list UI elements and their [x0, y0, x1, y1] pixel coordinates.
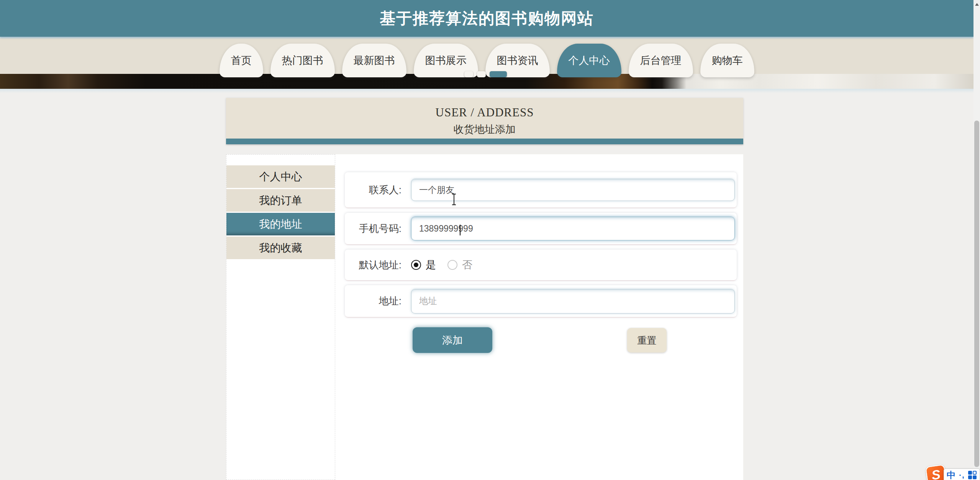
- ime-toolbar: S 中 ·,: [923, 460, 980, 480]
- radio-yes-selected[interactable]: [411, 260, 421, 270]
- carousel-dot-3-active[interactable]: [490, 71, 507, 77]
- radio-no-label[interactable]: 否: [462, 258, 472, 272]
- nav-tab-new-books[interactable]: 最新图书: [342, 44, 406, 77]
- default-address-row: 默认地址: 是 否: [345, 250, 737, 280]
- scrollbar-thumb[interactable]: [974, 121, 979, 467]
- sidebar-item-my-address[interactable]: 我的地址: [226, 213, 335, 235]
- radio-yes-label[interactable]: 是: [426, 258, 436, 272]
- sidebar-item-my-favorites[interactable]: 我的收藏: [226, 237, 335, 259]
- radio-dot: [414, 263, 418, 267]
- breadcrumb-accent-bar: [226, 139, 743, 144]
- banner-fade: [0, 89, 973, 93]
- ime-status-panel: 中 ·,: [944, 469, 980, 480]
- ime-language-mode[interactable]: 中: [947, 469, 955, 480]
- carousel-pagination: [464, 71, 507, 77]
- default-address-label: 默认地址:: [345, 258, 402, 272]
- user-sidebar: 个人中心 我的订单 我的地址 我的收藏: [226, 154, 335, 480]
- nav-tab-home[interactable]: 首页: [220, 44, 263, 77]
- mouse-ibeam-cursor: [451, 194, 457, 206]
- sidebar-item-user-center[interactable]: 个人中心: [226, 165, 335, 188]
- nav-tab-admin[interactable]: 后台管理: [629, 44, 693, 77]
- carousel-dot-2[interactable]: [477, 71, 486, 77]
- site-title: 基于推荐算法的图书购物网站: [380, 8, 594, 29]
- address-input[interactable]: [411, 289, 735, 313]
- scrollbar-track[interactable]: [973, 0, 980, 480]
- contact-field-row: 联系人:: [345, 172, 737, 207]
- contact-label: 联系人:: [345, 183, 402, 197]
- content-panel: 个人中心 我的订单 我的地址 我的收藏 联系人: 手机号码: 默认地址: 是 否…: [226, 154, 743, 480]
- nav-tab-user-center[interactable]: 个人中心: [557, 44, 621, 77]
- carousel-dot-1[interactable]: [464, 71, 473, 77]
- text-caret: [460, 225, 461, 235]
- nav-tab-cart[interactable]: 购物车: [700, 44, 754, 77]
- contact-input[interactable]: [411, 179, 735, 201]
- add-button[interactable]: 添加: [413, 327, 492, 353]
- sidebar-item-my-orders[interactable]: 我的订单: [226, 189, 335, 212]
- address-label: 地址:: [345, 294, 402, 308]
- ime-punctuation-indicator[interactable]: ·,: [959, 470, 965, 480]
- phone-field-row: 手机号码:: [345, 213, 737, 244]
- sogou-grid-icon[interactable]: [968, 471, 977, 479]
- radio-no[interactable]: [447, 260, 457, 270]
- page-title: 收货地址添加: [226, 122, 743, 136]
- scrollbar-up-arrow-icon[interactable]: [975, 3, 979, 6]
- breadcrumb-panel: USER / ADDRESS 收货地址添加: [226, 98, 743, 139]
- reset-button[interactable]: 重置: [627, 328, 667, 353]
- site-header: 基于推荐算法的图书购物网站: [0, 0, 973, 37]
- main-nav: 首页 热门图书 最新图书 图书展示 图书资讯 个人中心 后台管理 购物车: [0, 37, 973, 74]
- address-field-row: 地址:: [345, 285, 737, 317]
- phone-label: 手机号码:: [345, 222, 402, 235]
- breadcrumb-path: USER / ADDRESS: [226, 106, 743, 119]
- default-address-options: 是 否: [411, 258, 472, 272]
- nav-tab-hot-books[interactable]: 热门图书: [270, 44, 335, 77]
